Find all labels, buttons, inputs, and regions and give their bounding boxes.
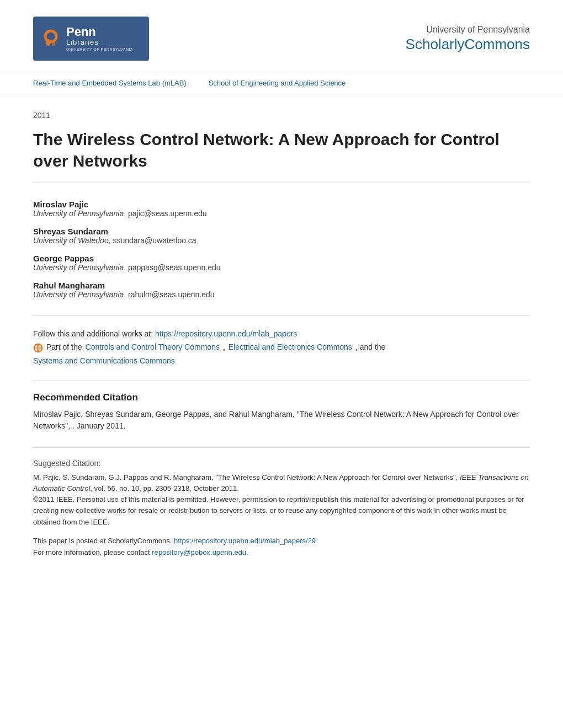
follow-section: Follow this and additional works at: htt… bbox=[33, 315, 530, 365]
article-title: The Wireless Control Network: A New Appr… bbox=[33, 129, 530, 183]
university-name: University of Pennsylvania bbox=[406, 25, 530, 35]
author-name-4: Rahul Mangharam bbox=[33, 281, 530, 290]
author-name-3: George Pappas bbox=[33, 254, 530, 263]
breadcrumb-row: Real-Time and Embedded Systems Lab (mLAB… bbox=[0, 72, 563, 94]
main-content: 2011 The Wireless Control Network: A New… bbox=[0, 94, 563, 580]
and-the: , and the bbox=[355, 342, 386, 351]
systems-commons-link[interactable]: Systems and Communications Commons bbox=[33, 356, 175, 365]
citation-section: Recommended Citation Miroslav Pajic, Shr… bbox=[33, 381, 530, 432]
posted-link[interactable]: https://repository.upenn.edu/mlab_papers… bbox=[174, 537, 316, 545]
author-block-3: George Pappas University of Pennsylvania… bbox=[33, 254, 530, 272]
follow-link[interactable]: https://repository.upenn.edu/mlab_papers bbox=[155, 329, 297, 338]
logo-libraries-label: Libraries bbox=[66, 38, 133, 46]
author-block-4: Rahul Mangharam University of Pennsylvan… bbox=[33, 281, 530, 299]
comma-1: , bbox=[223, 342, 225, 351]
author-affil-4: University of Pennsylvania, rahulm@seas.… bbox=[33, 290, 530, 299]
author-block-2: Shreyas Sundaram University of Waterloo,… bbox=[33, 227, 530, 245]
controls-commons-link[interactable]: Controls and Control Theory Commons bbox=[86, 342, 220, 351]
author-affil-1: University of Pennsylvania, pajic@seas.u… bbox=[33, 209, 530, 218]
svg-rect-2 bbox=[52, 40, 55, 46]
suggested-label: Suggested Citation: bbox=[33, 459, 530, 468]
author-name-1: Miroslav Pajic bbox=[33, 200, 530, 209]
page: Penn Libraries UNIVERSITY OF PENNSYLVANI… bbox=[0, 0, 563, 728]
breadcrumb-seas-link[interactable]: School of Engineering and Applied Scienc… bbox=[209, 79, 346, 87]
breadcrumb-mlab-link[interactable]: Real-Time and Embedded Systems Lab (mLAB… bbox=[33, 79, 187, 87]
logo-university-label: UNIVERSITY OF PENNSYLVANIA bbox=[66, 47, 133, 51]
logo-text: Penn Libraries UNIVERSITY OF PENNSYLVANI… bbox=[66, 26, 133, 51]
electrical-commons-link[interactable]: Electrical and Electronics Commons bbox=[229, 342, 352, 351]
svg-rect-1 bbox=[46, 39, 50, 46]
author-affil-3: University of Pennsylvania, pappasg@seas… bbox=[33, 263, 530, 272]
part-of-line: Part of the Controls and Control Theory … bbox=[33, 342, 530, 365]
author-affil-2: University of Waterloo, ssundara@uwaterl… bbox=[33, 236, 530, 245]
part-of-prefix: Part of the bbox=[46, 342, 82, 351]
logo-box: Penn Libraries UNIVERSITY OF PENNSYLVANI… bbox=[33, 17, 149, 61]
author-block-1: Miroslav Pajic University of Pennsylvani… bbox=[33, 200, 530, 218]
posted-line: This paper is posted at ScholarlyCommons… bbox=[33, 536, 530, 559]
open-access-icon bbox=[33, 343, 43, 353]
logo-area: Penn Libraries UNIVERSITY OF PENNSYLVANI… bbox=[33, 17, 155, 61]
header-right: University of Pennsylvania ScholarlyComm… bbox=[406, 25, 530, 53]
publication-year: 2011 bbox=[33, 111, 530, 120]
suggested-section: Suggested Citation: M. Pajic, S. Sundara… bbox=[33, 447, 530, 558]
citation-text: Miroslav Pajic, Shreyas Sundaram, George… bbox=[33, 409, 530, 432]
follow-text: Follow this and additional works at: bbox=[33, 329, 155, 338]
authors-section: Miroslav Pajic University of Pennsylvani… bbox=[33, 200, 530, 299]
follow-line: Follow this and additional works at: htt… bbox=[33, 329, 530, 338]
penn-libraries-logo-icon bbox=[41, 29, 61, 49]
citation-heading: Recommended Citation bbox=[33, 392, 530, 403]
suggested-text: M. Pajic, S. Sundaram, G.J. Pappas and R… bbox=[33, 472, 530, 528]
author-name-2: Shreyas Sundaram bbox=[33, 227, 530, 236]
header: Penn Libraries UNIVERSITY OF PENNSYLVANI… bbox=[0, 0, 563, 72]
contact-link[interactable]: repository@pobox.upenn.edu bbox=[152, 548, 246, 556]
logo-penn-label: Penn bbox=[66, 26, 133, 38]
scholarly-commons-title: ScholarlyCommons bbox=[406, 36, 530, 53]
